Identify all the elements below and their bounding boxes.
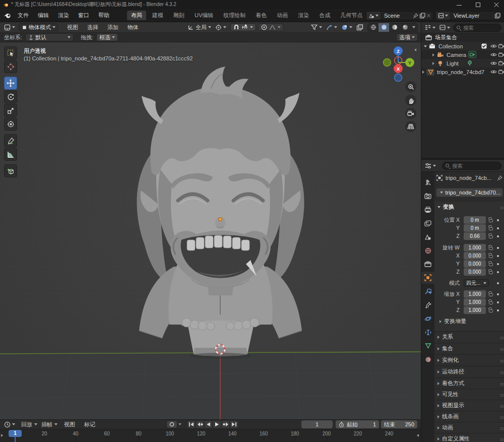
- scene-selector[interactable]: Scene ✕: [366, 11, 433, 20]
- timeline-ruler[interactable]: 20 40 60 80 100 120 140 160 180 200 220 …: [0, 429, 421, 442]
- scale-z-field[interactable]: 1.000: [464, 306, 486, 314]
- falloff-curve-icon[interactable]: [269, 25, 276, 30]
- tab-layout[interactable]: 布局: [127, 11, 146, 20]
- xray-toggle[interactable]: [354, 23, 365, 31]
- delta-transform-subpanel[interactable]: 变换增量: [439, 318, 466, 325]
- hide-viewport-eye-icon[interactable]: [490, 52, 497, 57]
- panel-relations[interactable]: 关系: [434, 331, 504, 342]
- tab-output[interactable]: [421, 204, 434, 216]
- perspective-toggle-button[interactable]: [405, 121, 416, 132]
- menu-keying[interactable]: 插帧: [39, 420, 59, 428]
- shading-solid-button[interactable]: [379, 23, 389, 32]
- viewlayer-name[interactable]: ViewLayer: [451, 13, 482, 19]
- animate-dot-icon[interactable]: [497, 301, 499, 303]
- menu-markers[interactable]: 标记: [80, 421, 100, 428]
- tab-sculpting[interactable]: 雕刻: [169, 11, 188, 20]
- tab-object-props[interactable]: [421, 272, 434, 284]
- gizmos-toggle[interactable]: [324, 23, 339, 31]
- lock-icon[interactable]: [489, 255, 493, 258]
- panel-motion-paths[interactable]: 运动路径: [434, 366, 504, 377]
- disable-render-camera-icon[interactable]: [498, 70, 504, 74]
- lock-icon[interactable]: [489, 293, 493, 296]
- tool-move[interactable]: [4, 77, 17, 90]
- tool-scale[interactable]: [4, 104, 17, 117]
- checkbox-checked-icon[interactable]: [481, 43, 487, 49]
- panel-instancing[interactable]: 实例化: [434, 354, 504, 365]
- snap-target-icon[interactable]: [241, 24, 248, 30]
- viewlayer-selector[interactable]: ViewLayer: [435, 11, 502, 20]
- sidebar-collapse-icon[interactable]: [414, 48, 416, 51]
- animate-dot-icon[interactable]: [497, 255, 499, 257]
- tool-measure[interactable]: [4, 148, 17, 161]
- lock-icon[interactable]: [489, 235, 493, 238]
- panel-line-art[interactable]: 线条画: [434, 411, 504, 422]
- shading-wireframe-button[interactable]: [368, 24, 379, 30]
- menu-add[interactable]: 添加: [103, 24, 123, 31]
- outliner-search-input[interactable]: [462, 24, 498, 31]
- pivot-point-button[interactable]: [213, 23, 228, 31]
- tab-texture-paint[interactable]: 纹理绘制: [219, 11, 249, 20]
- animate-dot-icon[interactable]: [497, 219, 499, 221]
- pin-icon[interactable]: [413, 13, 418, 19]
- tab-shading[interactable]: 着色: [251, 11, 271, 20]
- outliner-row-camera[interactable]: Camera: [421, 50, 504, 59]
- tool-transform[interactable]: [4, 117, 17, 131]
- lock-icon[interactable]: [489, 309, 493, 312]
- tab-render[interactable]: [421, 190, 434, 202]
- jump-to-start-button[interactable]: [187, 420, 196, 428]
- zoom-button[interactable]: [405, 81, 416, 92]
- blender-logo-icon[interactable]: [4, 12, 11, 19]
- outliner-row-light[interactable]: Light: [421, 59, 504, 68]
- outliner-display-mode[interactable]: [423, 24, 437, 32]
- tab-constraints[interactable]: [421, 326, 434, 338]
- tab-tool[interactable]: [421, 176, 434, 188]
- rotation-x-field[interactable]: 0.000: [464, 252, 486, 260]
- drag-mode-dropdown[interactable]: 框选: [96, 33, 118, 41]
- tab-particles[interactable]: [421, 299, 434, 311]
- overlays-toggle[interactable]: [339, 23, 354, 31]
- visibility-filter-button[interactable]: [309, 23, 324, 31]
- panel-shading[interactable]: 着色方式: [434, 377, 504, 389]
- tab-modeling[interactable]: 建模: [148, 11, 167, 20]
- menu-file[interactable]: 文件: [13, 12, 33, 19]
- menu-playback[interactable]: 回放: [19, 420, 39, 428]
- hide-viewport-eye-icon[interactable]: [490, 61, 497, 66]
- menu-view[interactable]: 视图: [62, 24, 83, 31]
- tab-compositing[interactable]: 合成: [315, 11, 334, 20]
- timeline-collapse-icon[interactable]: [417, 434, 419, 437]
- panel-animation[interactable]: 动画: [434, 422, 504, 433]
- minimize-button[interactable]: [456, 2, 463, 8]
- animate-dot-icon[interactable]: [497, 263, 499, 265]
- tool-cursor[interactable]: [4, 60, 17, 73]
- prev-keyframe-button[interactable]: [196, 420, 204, 428]
- disable-render-camera-icon[interactable]: [498, 44, 504, 48]
- lock-icon[interactable]: [489, 301, 493, 304]
- location-x-field[interactable]: 0 m: [464, 216, 486, 224]
- outliner-search[interactable]: [453, 24, 501, 32]
- new-scene-icon[interactable]: [419, 13, 425, 19]
- scene-name[interactable]: Scene: [381, 13, 403, 19]
- menu-select[interactable]: 选择: [83, 24, 103, 31]
- transform-panel-title[interactable]: 变换: [443, 203, 454, 211]
- animate-dot-icon[interactable]: [497, 282, 499, 284]
- camera-view-button[interactable]: [405, 108, 416, 119]
- editor-type-button[interactable]: [2, 23, 17, 31]
- animate-dot-icon[interactable]: [497, 247, 499, 249]
- rotation-y-field[interactable]: 0.000: [464, 260, 486, 268]
- rotation-z-field[interactable]: 0.000: [464, 268, 486, 276]
- shading-rendered-button[interactable]: [400, 24, 410, 30]
- hide-viewport-eye-icon[interactable]: [490, 44, 497, 48]
- lock-icon[interactable]: [489, 227, 493, 230]
- tab-uv-editing[interactable]: UV编辑: [191, 11, 217, 20]
- tab-rendering[interactable]: 渲染: [294, 11, 313, 20]
- animate-dot-icon[interactable]: [497, 293, 499, 295]
- properties-search[interactable]: [442, 162, 501, 170]
- transform-orientation-button[interactable]: 全局: [185, 23, 213, 31]
- tool-annotate[interactable]: [4, 134, 17, 147]
- current-frame-field[interactable]: 1: [301, 420, 333, 428]
- pan-hand-button[interactable]: [405, 95, 416, 106]
- panel-viewport-display[interactable]: 视图显示: [434, 400, 504, 411]
- play-reverse-button[interactable]: [204, 420, 213, 428]
- options-dropdown[interactable]: 选项: [396, 33, 418, 41]
- disable-render-camera-icon[interactable]: [498, 52, 504, 57]
